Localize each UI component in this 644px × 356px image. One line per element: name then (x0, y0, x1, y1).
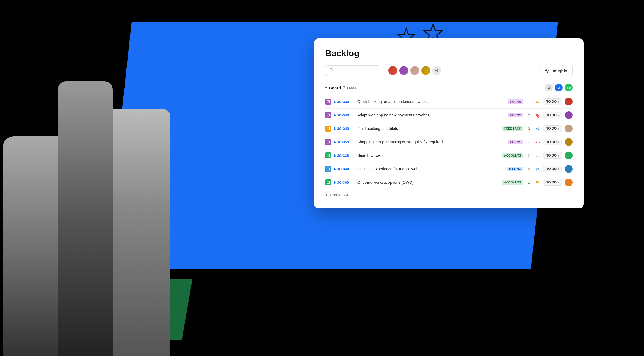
svg-point-5 (328, 101, 329, 102)
todo-chevron-icon: ▾ (558, 100, 559, 103)
todo-chevron-icon: ▾ (558, 127, 559, 130)
issue-row[interactable]: NUC-344 Optimize experience for mobile w… (325, 162, 573, 176)
issue-tag[interactable]: ACCOUNTS (502, 180, 523, 185)
assignee-avatar (565, 165, 573, 173)
avatar-1[interactable] (388, 66, 398, 76)
assignee-avatar (565, 152, 573, 159)
issue-number: 3 (526, 127, 532, 131)
issue-title: Quick booking for accomodations - websit… (357, 99, 505, 104)
svg-rect-8 (327, 127, 330, 130)
create-issue-label: Create issue (330, 193, 352, 197)
plus-icon: + (325, 193, 328, 198)
issue-icon (325, 179, 331, 185)
todo-badge[interactable]: TO DO ▾ (543, 166, 562, 172)
issue-id[interactable]: NUC-360 (334, 180, 355, 185)
search-input[interactable] (335, 68, 371, 73)
assignee-avatar (565, 111, 573, 119)
issue-tag[interactable]: FEEDBACK (502, 126, 523, 131)
issue-id[interactable]: NUC-346 (334, 113, 355, 117)
issue-tag[interactable]: FORMS (508, 99, 523, 104)
page-title: Backlog (325, 48, 573, 59)
issue-tag[interactable]: FORMS (508, 113, 523, 117)
svg-point-7 (328, 115, 329, 116)
issue-number: 2 (526, 113, 532, 117)
issue-icon (325, 126, 331, 132)
issue-title: Onboard workout options (OWO) (357, 180, 499, 185)
avatar-more[interactable]: +3 (432, 66, 442, 76)
assignee-avatar (565, 125, 573, 132)
top-bar: +3 Insights (325, 65, 573, 76)
create-issue-row[interactable]: + Create issue (325, 189, 573, 199)
issue-tag[interactable]: FORMS (508, 140, 523, 144)
priority-icon: ≡ (534, 99, 540, 105)
todo-chevron-icon: ▾ (558, 168, 559, 171)
priority-icon: ≡ (534, 180, 540, 185)
issue-number: 4 (526, 140, 532, 144)
svg-rect-12 (327, 168, 330, 170)
board-left: ▾ Board 7 issues (325, 85, 357, 90)
issue-number: 2 (526, 167, 532, 171)
issue-id[interactable]: NUC-354 (334, 140, 355, 144)
issue-number: 2 (526, 154, 532, 158)
issue-tag[interactable]: BILLING (507, 167, 523, 171)
todo-chevron-icon: ▾ (558, 141, 559, 144)
assignee-avatar (565, 98, 573, 105)
issue-row[interactable]: NUC-336 Quick booking for accomodations … (325, 95, 573, 108)
issue-icon (325, 152, 331, 158)
issue-icon (325, 112, 331, 118)
avatar-2[interactable] (399, 66, 409, 76)
assignee-avatar (565, 179, 573, 186)
priority-icon: ▲▲ (534, 140, 540, 144)
svg-line-3 (332, 71, 333, 72)
issue-row[interactable]: NUC-346 Adapt web app no new payments pr… (325, 108, 573, 122)
avatars-group: +3 (388, 66, 442, 76)
todo-badge[interactable]: TO DO ▾ (543, 112, 562, 118)
issue-row[interactable]: NUC-343 Fluid booking on tablets FEEDBAC… (325, 122, 573, 135)
board-label: Board (329, 85, 341, 90)
issue-number: 1 (526, 100, 532, 104)
todo-badge[interactable]: TO DO ▾ (543, 152, 562, 159)
avatar-3[interactable] (410, 66, 420, 76)
svg-rect-11 (327, 154, 330, 157)
search-icon (329, 68, 334, 73)
issue-id[interactable]: NUC-343 (334, 127, 355, 131)
todo-badge[interactable]: TO DO ▾ (543, 98, 562, 105)
todo-badge[interactable]: TO DO ▾ (543, 179, 562, 186)
main-card: Backlog +3 (314, 38, 584, 208)
issue-tag[interactable]: ACCOUNTS (502, 153, 523, 158)
svg-point-2 (330, 68, 333, 71)
priority-icon: ≪ (534, 166, 540, 172)
search-box[interactable] (325, 65, 380, 76)
todo-badge[interactable]: TO DO ▾ (543, 139, 562, 145)
badge-blue: 2 (555, 84, 563, 91)
todo-chevron-icon: ▾ (558, 114, 559, 117)
issue-icon (325, 166, 331, 172)
board-chevron-icon: ▾ (325, 86, 327, 90)
issue-id[interactable]: NUC-344 (334, 167, 355, 171)
priority-icon: 🔖 (534, 113, 540, 118)
todo-chevron-icon: ▾ (558, 181, 559, 184)
issue-title: Shopping cart purchasing error - quick f… (357, 140, 505, 144)
issue-title: Fluid booking on tablets (357, 126, 499, 131)
issue-row[interactable]: NUC-338 Search UI web ACCOUNTS 2 ⌄ TO DO… (325, 149, 573, 162)
todo-badge[interactable]: TO DO ▾ (543, 125, 562, 132)
assignee-avatar (565, 138, 573, 146)
issue-row[interactable]: NUC-360 Onboard workout options (OWO) AC… (325, 176, 573, 189)
avatar-4[interactable] (421, 66, 431, 76)
issue-title: Search UI web (357, 153, 499, 158)
issue-title: Adapt web app no new payments provider (357, 113, 505, 117)
issue-icon (325, 99, 331, 105)
board-right: 3 2 +0 (545, 84, 573, 91)
issue-row[interactable]: NUC-354 Shopping cart purchasing error -… (325, 135, 573, 149)
insights-button[interactable]: Insights (539, 65, 573, 76)
issue-id[interactable]: NUC-338 (334, 154, 355, 158)
issues-count: 7 issues (343, 85, 357, 90)
issue-title: Optimize experience for mobile web (357, 167, 504, 171)
svg-point-10 (328, 142, 329, 143)
priority-icon: ⌄ (534, 152, 540, 159)
svg-rect-13 (327, 181, 330, 184)
issue-id[interactable]: NUC-336 (334, 100, 355, 104)
people-area (0, 0, 192, 356)
priority-icon: ≪ (534, 126, 540, 131)
issues-list: NUC-336 Quick booking for accomodations … (325, 95, 573, 189)
